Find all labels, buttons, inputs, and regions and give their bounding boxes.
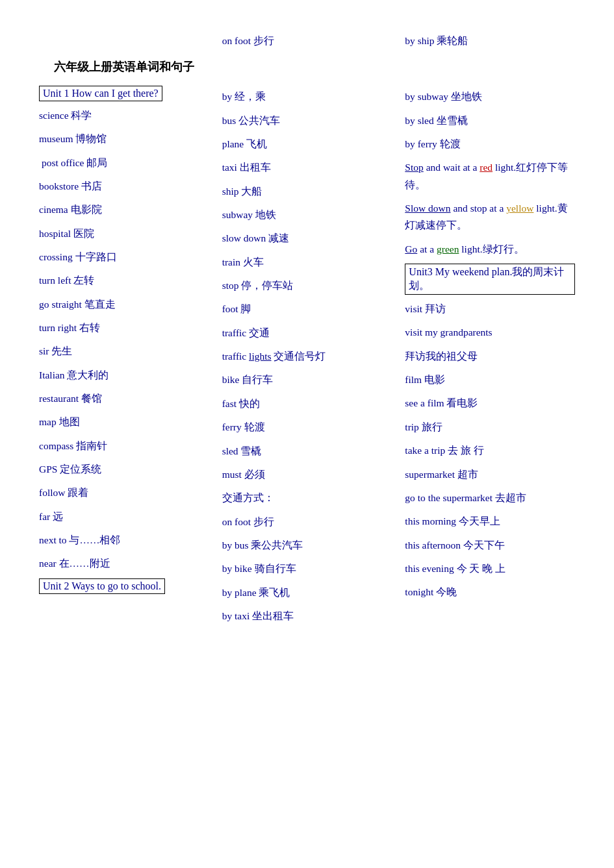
- item-traffic: traffic 交通: [222, 321, 392, 345]
- item-far: far 远: [39, 505, 209, 528]
- sentence-stop: Stop and wait at a red light.红灯停下等待。: [405, 156, 575, 197]
- item-sir: sir 先生: [39, 340, 209, 363]
- item-foot: foot 脚: [222, 297, 392, 321]
- item-turn-right: turn right 右转: [39, 316, 209, 340]
- item-hospital: hospital 医院: [39, 222, 209, 245]
- item-post-office: post office 邮局: [39, 151, 209, 175]
- item-subway: subway 地铁: [222, 203, 392, 227]
- item-tonight: tonight 今晚: [405, 580, 575, 604]
- item-restaurant: restaurant 餐馆: [39, 387, 209, 410]
- item-near: near 在……附近: [39, 552, 209, 575]
- item-ship: ship 大船: [222, 180, 392, 203]
- item-science: science 科学: [39, 104, 209, 127]
- item-plane: plane 飞机: [222, 132, 392, 156]
- item-by-plane: by plane 乘飞机: [222, 581, 392, 604]
- item-compass: compass 指南针: [39, 434, 209, 458]
- item-trip: trip 旅行: [405, 415, 575, 439]
- item-on-foot2: on foot 步行: [222, 510, 392, 534]
- item-sled: sled 雪橇: [222, 440, 392, 463]
- item-taxi: taxi 出租车: [222, 156, 392, 179]
- item-see-film: see a film 看电影: [405, 391, 575, 415]
- item-by-bike: by bike 骑自行车: [222, 557, 392, 580]
- item-by-sled: by sled 坐雪橇: [405, 109, 575, 132]
- item-visit-grandparents: visit my grandparents: [405, 321, 575, 344]
- item-stop: stop 停，停车站: [222, 274, 392, 297]
- unit1-header: Unit 1 How can I get there?: [39, 86, 162, 101]
- item-bus: bus 公共汽车: [222, 109, 392, 132]
- top-col1-empty: [32, 32, 216, 53]
- item-supermarket: supermarket 超市: [405, 463, 575, 486]
- item-museum: museum 博物馆: [39, 127, 209, 151]
- item-map: map 地图: [39, 410, 209, 434]
- top-col3-item: by ship 乘轮船: [398, 32, 582, 53]
- sentence-go: Go at a green light.绿灯行。: [405, 238, 575, 261]
- item-ferry: ferry 轮渡: [222, 415, 392, 439]
- item-italian: Italian 意大利的: [39, 364, 209, 387]
- item-by: by 经，乘: [222, 85, 392, 108]
- item-train: train 火车: [222, 251, 392, 274]
- item-bookstore: bookstore 书店: [39, 175, 209, 198]
- item-must: must 必须: [222, 463, 392, 486]
- item-cinema: cinema 电影院: [39, 198, 209, 221]
- column-2: by 经，乘 bus 公共汽车 plane 飞机 taxi 出租车 ship 大…: [216, 54, 399, 628]
- item-visit: visit 拜访: [405, 297, 575, 321]
- top-col2-item: on foot 步行: [216, 32, 399, 53]
- item-this-evening: this evening 今 天 晚 上: [405, 557, 575, 580]
- item-film: film 电影: [405, 368, 575, 391]
- item-next-to: next to 与……相邻: [39, 528, 209, 552]
- unit2-header: Unit 2 Ways to go to school.: [39, 578, 165, 594]
- item-this-afternoon: this afternoon 今天下午: [405, 534, 575, 557]
- item-by-ferry: by ferry 轮渡: [405, 132, 575, 156]
- item-turn-left: turn left 左转: [39, 269, 209, 292]
- item-by-bus: by bus 乘公共汽车: [222, 534, 392, 557]
- item-follow: follow 跟着: [39, 481, 209, 504]
- column-3: by subway 坐地铁 by sled 坐雪橇 by ferry 轮渡 St…: [398, 54, 582, 628]
- item-take-trip: take a trip 去 旅 行: [405, 439, 575, 462]
- item-gps: GPS 定位系统: [39, 458, 209, 481]
- sentence-slow: Slow down and stop at a yellow light.黄灯减…: [405, 197, 575, 238]
- item-traffic-ways: 交通方式：: [222, 486, 392, 510]
- item-crossing: crossing 十字路口: [39, 245, 209, 269]
- unit3-header: Unit3 My weekend plan.我的周末计划。: [405, 264, 575, 295]
- item-by-subway: by subway 坐地铁: [405, 85, 575, 108]
- item-go-supermarket: go to the supermarket 去超市: [405, 486, 575, 510]
- item-traffic-lights: traffic lights 交通信号灯: [222, 345, 392, 368]
- item-by-taxi: by taxi 坐出租车: [222, 604, 392, 628]
- column-1: 六年级上册英语单词和句子 Unit 1 How can I get there?…: [32, 54, 216, 628]
- item-this-morning: this morning 今天早上: [405, 510, 575, 533]
- item-visit-grandparents-cn: 拜访我的祖父母: [405, 345, 575, 368]
- page-title: 六年级上册英语单词和句子: [39, 54, 209, 81]
- item-bike: bike 自行车: [222, 368, 392, 391]
- item-fast: fast 快的: [222, 392, 392, 415]
- item-go-straight: go straight 笔直走: [39, 293, 209, 316]
- item-slow-down: slow down 减速: [222, 227, 392, 250]
